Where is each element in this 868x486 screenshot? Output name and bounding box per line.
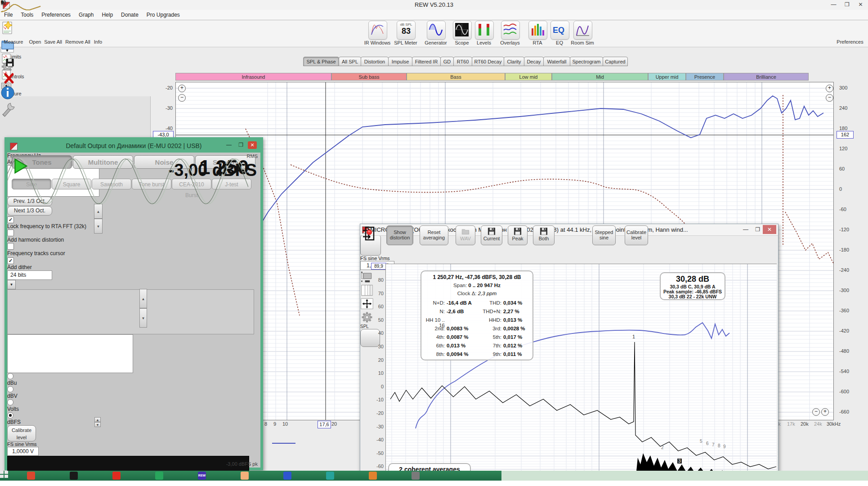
level-field[interactable]: RMS-3,00 dBFS-3,00 dBFS pk xyxy=(7,334,133,373)
info-button[interactable] xyxy=(0,85,16,101)
spl-limit-spin-down-icon[interactable]: ▼ xyxy=(94,422,101,427)
rta-reset-averaging-button[interactable]: Reset averaging xyxy=(420,225,448,245)
tab-distortion[interactable]: Distortion xyxy=(361,57,389,66)
rta-current-button[interactable]: Current xyxy=(481,225,502,245)
zoom-out-button[interactable]: − xyxy=(178,94,186,102)
tab-filtered-ir[interactable]: Filtered IR xyxy=(412,57,441,66)
fs-sine-vrms-field[interactable]: 1,0000 V xyxy=(7,447,39,456)
taskbar-app-tile[interactable] xyxy=(283,472,291,480)
dialog-close-button[interactable]: ✕ xyxy=(248,141,257,149)
dialog-restore-button[interactable]: ❐ xyxy=(238,142,243,148)
spl-meter-button[interactable]: dB SPL83 xyxy=(397,21,416,40)
toolbar-label: Room Sim xyxy=(567,40,598,45)
room-sim-button[interactable] xyxy=(573,21,592,40)
tab-rt60-decay[interactable]: RT60 Decay xyxy=(472,57,504,66)
rta-info-label-right: THD+N: xyxy=(476,309,501,314)
zoom-in-button-right[interactable]: + xyxy=(826,85,833,92)
rta-close-button[interactable]: ✕ xyxy=(763,225,776,234)
overlays-button[interactable] xyxy=(501,21,520,40)
level-unit-radio[interactable] xyxy=(7,386,13,392)
range-zoom-in-button[interactable]: + xyxy=(821,408,829,416)
generator-checkbox[interactable]: ✓ xyxy=(7,216,14,223)
generator-checkbox[interactable]: ✓ xyxy=(7,257,14,264)
preferences-button[interactable] xyxy=(0,101,16,119)
taskbar-app-tile[interactable] xyxy=(369,472,377,480)
wrench-icon xyxy=(0,101,16,117)
rta-calibrate-level-button[interactable]: Calibrate level xyxy=(625,225,648,245)
level-unit-radio[interactable] xyxy=(7,373,13,379)
minimize-button[interactable]: — xyxy=(827,0,840,9)
level-spin-up-icon[interactable]: ▲ xyxy=(139,289,147,308)
frequency-spin-down-icon[interactable]: ▼ xyxy=(94,219,103,234)
generator-checkbox[interactable] xyxy=(7,243,14,250)
tab-impulse[interactable]: Impulse xyxy=(388,57,412,66)
spl-limit-spin-up-icon[interactable]: ▲ xyxy=(94,417,101,422)
start-button[interactable] xyxy=(0,471,8,478)
ir-windows-button[interactable] xyxy=(368,21,387,40)
scope-button[interactable] xyxy=(453,21,472,40)
maximize-button[interactable]: ❐ xyxy=(841,0,854,9)
close-button[interactable]: ✕ xyxy=(854,0,867,9)
menu-graph[interactable]: Graph xyxy=(75,10,98,18)
generator-dialog-titlebar[interactable]: Default Output on Динамики (E-MU 0202 | … xyxy=(7,140,260,153)
tab-waterfall[interactable]: Waterfall xyxy=(543,57,570,66)
rta-loopback-button[interactable] xyxy=(360,235,381,256)
menu-help[interactable]: Help xyxy=(98,10,117,18)
taskbar-app-tile[interactable] xyxy=(112,472,121,480)
rta-stepped-sine-button[interactable]: Stepped sine xyxy=(592,225,616,245)
rta-button-label: Reset averaging xyxy=(420,230,448,240)
tab-decay[interactable]: Decay xyxy=(524,57,544,66)
rta-peak-button[interactable]: Peak xyxy=(508,225,528,245)
tab-captured[interactable]: Captured xyxy=(603,57,628,66)
taskbar-app-tile[interactable] xyxy=(70,472,78,480)
remove-all-button[interactable] xyxy=(0,69,16,85)
dither-bits-arrow-icon[interactable]: ▼ xyxy=(7,280,16,289)
taskbar-app-tile[interactable]: REW xyxy=(198,472,206,480)
y-right-tick: -300 xyxy=(839,288,856,293)
generator-checkbox[interactable] xyxy=(7,230,14,236)
taskbar-app-tile[interactable] xyxy=(155,472,163,480)
tab-rt60[interactable]: RT60 xyxy=(453,57,472,66)
rta-info-label-right: 3rd: xyxy=(476,326,501,331)
tab-gd[interactable]: GD xyxy=(440,57,454,66)
y-right-tick: -420 xyxy=(839,328,856,333)
taskbar-app-tile[interactable] xyxy=(412,472,420,480)
menu-bar: FileToolsPreferencesGraphHelpDonatePro U… xyxy=(0,10,868,20)
zoom-out-button-right[interactable]: − xyxy=(826,94,833,102)
dialog-minimize-button[interactable]: — xyxy=(226,142,232,148)
overlays-icon xyxy=(502,22,518,37)
zoom-in-button[interactable]: + xyxy=(178,85,186,92)
rta-button[interactable] xyxy=(528,21,547,40)
tab-clarity[interactable]: Clarity xyxy=(504,57,524,66)
rta-maximize-button[interactable]: ❐ xyxy=(755,226,760,233)
rta-show-distortion-button[interactable]: Show distortion xyxy=(386,225,413,245)
dither-bits-select[interactable]: 24 bits xyxy=(7,270,52,280)
measure-button[interactable] xyxy=(0,20,16,36)
generator-button[interactable] xyxy=(427,21,446,40)
rta-info-value-left: 0,0094 % xyxy=(447,351,476,357)
tab-all-spl[interactable]: All SPL xyxy=(339,57,361,66)
rta-both-button[interactable]: Both xyxy=(533,225,555,245)
menu-donate[interactable]: Donate xyxy=(117,10,143,18)
rta-y-tick: 0 xyxy=(368,384,384,389)
level-unit-label: Volts xyxy=(7,406,260,412)
save-all-button[interactable] xyxy=(0,53,16,69)
menu-pro-upgrades[interactable]: Pro Upgrades xyxy=(143,10,184,18)
calibrate-level-button[interactable]: Calibrate level xyxy=(7,425,36,441)
menu-preferences[interactable]: Preferences xyxy=(37,10,75,18)
level-unit-radio[interactable] xyxy=(7,412,13,418)
levels-button[interactable] xyxy=(475,21,494,40)
tab-spectrogram[interactable]: Spectrogram xyxy=(570,57,603,66)
taskbar-app-tile[interactable] xyxy=(241,472,249,480)
level-spin-down-icon[interactable]: ▼ xyxy=(139,308,147,328)
rta-minimize-button[interactable]: — xyxy=(743,226,748,233)
tab-spl-phase[interactable]: SPL & Phase xyxy=(303,57,339,66)
eq-button[interactable]: EQ xyxy=(550,21,569,40)
level-unit-radio[interactable] xyxy=(7,399,13,405)
spl-meter-value: 83 xyxy=(397,27,415,36)
range-zoom-out-button[interactable]: − xyxy=(812,408,820,416)
taskbar-app-tile[interactable] xyxy=(326,472,334,480)
taskbar-app-tile[interactable] xyxy=(27,472,35,480)
folder-grey-icon xyxy=(461,227,470,236)
rta-wav-button[interactable]: WAV xyxy=(456,225,475,245)
